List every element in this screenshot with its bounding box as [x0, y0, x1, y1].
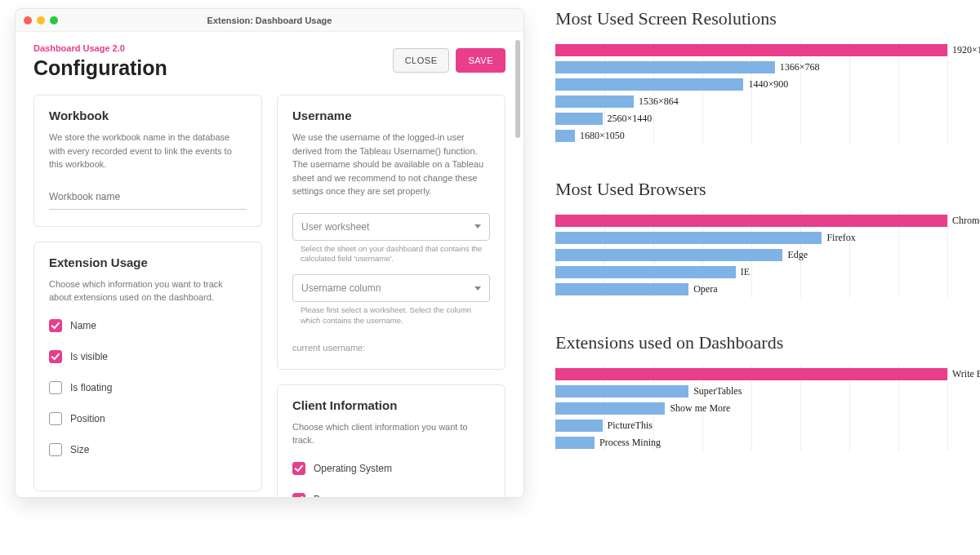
- chart-bar: [555, 95, 634, 108]
- extension-usage-item[interactable]: Position: [49, 412, 247, 425]
- chart-bar-label: Edge: [787, 249, 808, 261]
- page-title: Configuration: [33, 56, 167, 80]
- chart-bar: [555, 249, 782, 261]
- checkbox-icon[interactable]: [49, 412, 62, 425]
- chart-bar-row: Write Back Extreme: [555, 366, 947, 381]
- chart-bar-label: SuperTables: [693, 385, 742, 397]
- chart-bar-label: 1440×900: [748, 78, 788, 91]
- brand-label: Dashboard Usage 2.0: [33, 43, 167, 53]
- chart-bar-label: IE: [741, 266, 750, 278]
- chart-bar-row: 2560×1440: [555, 111, 947, 126]
- extension-usage-label: Position: [70, 413, 105, 424]
- workbook-desc: We store the workbook name in the databa…: [49, 131, 247, 171]
- chart-bar-label: 1680×1050: [580, 130, 625, 142]
- extension-usage-label: Size: [70, 444, 89, 455]
- workbook-card: Workbook We store the workbook name in t…: [33, 95, 262, 227]
- client-info-title: Client Information: [292, 398, 490, 412]
- client-info-label: Browser: [314, 494, 350, 497]
- chart-bar-row: 1440×900: [555, 77, 947, 91]
- checkbox-icon[interactable]: [292, 493, 305, 497]
- chart-title: Most Used Screen Resolutions: [555, 8, 957, 29]
- chart-bar-label: PictureThis: [608, 420, 653, 432]
- checkbox-icon[interactable]: [49, 381, 62, 394]
- chart-bar-row: IE: [555, 264, 947, 279]
- username-column-select[interactable]: Username column: [292, 274, 490, 302]
- chart-bar-label: 1536×864: [639, 95, 679, 108]
- chart-bar-row: PictureThis: [555, 418, 947, 433]
- chart-section: Most Used BrowsersChromeFirefoxEdgeIEOpe…: [555, 179, 957, 296]
- username-desc: We use the username of the logged-in use…: [292, 131, 490, 198]
- chart-bar-label: Opera: [693, 283, 717, 295]
- chart-bar-label: 1920×1080: [952, 44, 980, 56]
- chart-bar-label: 1366×768: [780, 61, 820, 73]
- extension-usage-item[interactable]: Name: [49, 319, 247, 332]
- user-worksheet-value: User worksheet: [301, 221, 369, 233]
- checkbox-icon[interactable]: [49, 443, 62, 456]
- current-username-label: current username:: [292, 343, 490, 353]
- chart-bar: [555, 385, 688, 397]
- client-info-item[interactable]: Operating System: [292, 462, 490, 475]
- save-button[interactable]: SAVE: [456, 48, 506, 73]
- extension-usage-item[interactable]: Size: [49, 443, 247, 456]
- extension-usage-label: Is floating: [70, 382, 112, 393]
- chart-bar-row: Show me More: [555, 401, 947, 415]
- chart-bar-row: 1680×1050: [555, 128, 947, 143]
- chart-section: Extensions used on DashboardsWrite Back …: [555, 332, 957, 450]
- username-column-helper: Please first select a worksheet. Select …: [292, 305, 490, 336]
- extension-usage-item[interactable]: Is visible: [49, 350, 247, 363]
- chart-bar: [555, 420, 603, 432]
- chart-section: Most Used Screen Resolutions1920×1080136…: [555, 8, 957, 143]
- dialog-window-title: Extension: Dashboard Usage: [16, 16, 523, 25]
- username-column-value: Username column: [301, 282, 381, 294]
- workbook-name-input[interactable]: [49, 186, 247, 210]
- chart-bar-row: SuperTables: [555, 384, 947, 398]
- chart-bar-label: Firefox: [826, 232, 855, 244]
- username-card: Username We use the username of the logg…: [277, 95, 506, 370]
- chevron-down-icon: [474, 224, 481, 229]
- chart-bar: [555, 113, 603, 125]
- scrollbar[interactable]: [515, 40, 520, 138]
- close-button[interactable]: CLOSE: [393, 48, 450, 73]
- user-worksheet-helper: Select the sheet on your dashboard that …: [292, 244, 490, 275]
- client-info-item[interactable]: Browser: [292, 493, 490, 497]
- chart-bar: [555, 266, 736, 278]
- client-info-label: Operating System: [314, 463, 392, 474]
- chart-bar: [555, 78, 743, 91]
- chart-bar: [555, 61, 775, 73]
- chart-bar-row: Edge: [555, 247, 947, 262]
- extension-usage-item[interactable]: Is floating: [49, 381, 247, 394]
- chart-title: Most Used Browsers: [555, 179, 957, 200]
- chart-bar: [555, 130, 575, 142]
- chart-bar-label: Write Back Extreme: [952, 368, 980, 380]
- chart-bar-row: Chrome: [555, 213, 947, 228]
- chart-bar: [555, 232, 822, 244]
- chart-bar-label: 2560×1440: [608, 113, 653, 125]
- chart-bar-label: Chrome: [952, 215, 980, 227]
- chart-bar: [555, 368, 947, 380]
- extension-usage-label: Name: [70, 320, 96, 331]
- checkbox-icon[interactable]: [49, 319, 62, 332]
- chart-bar-row: Opera: [555, 282, 947, 296]
- user-worksheet-select[interactable]: User worksheet: [292, 213, 490, 241]
- chart-bar-row: Firefox: [555, 230, 947, 245]
- extension-usage-card: Extension Usage Choose which information…: [33, 242, 262, 491]
- username-title: Username: [292, 109, 490, 122]
- checkbox-icon[interactable]: [49, 350, 62, 363]
- chart-bar-row: 1920×1080: [555, 42, 947, 57]
- chart-bar-label: Process Mining: [599, 437, 661, 449]
- checkbox-icon[interactable]: [292, 462, 305, 475]
- client-info-card: Client Information Choose which client i…: [277, 384, 506, 497]
- chart-bar: [555, 437, 595, 449]
- chevron-down-icon: [474, 286, 481, 291]
- chart-bar: [555, 402, 665, 415]
- client-info-desc: Choose which client information you want…: [292, 420, 490, 447]
- extension-usage-title: Extension Usage: [49, 255, 247, 269]
- config-dialog: Extension: Dashboard Usage Dashboard Usa…: [15, 8, 524, 498]
- chart-bar: [555, 44, 947, 56]
- chart-bar: [555, 283, 688, 295]
- chart-bar: [555, 215, 947, 227]
- chart-bar-row: Process Mining: [555, 435, 947, 450]
- extension-usage-label: Is visible: [70, 351, 108, 362]
- workbook-title: Workbook: [49, 109, 247, 122]
- extension-usage-desc: Choose which information you want to tra…: [49, 278, 247, 304]
